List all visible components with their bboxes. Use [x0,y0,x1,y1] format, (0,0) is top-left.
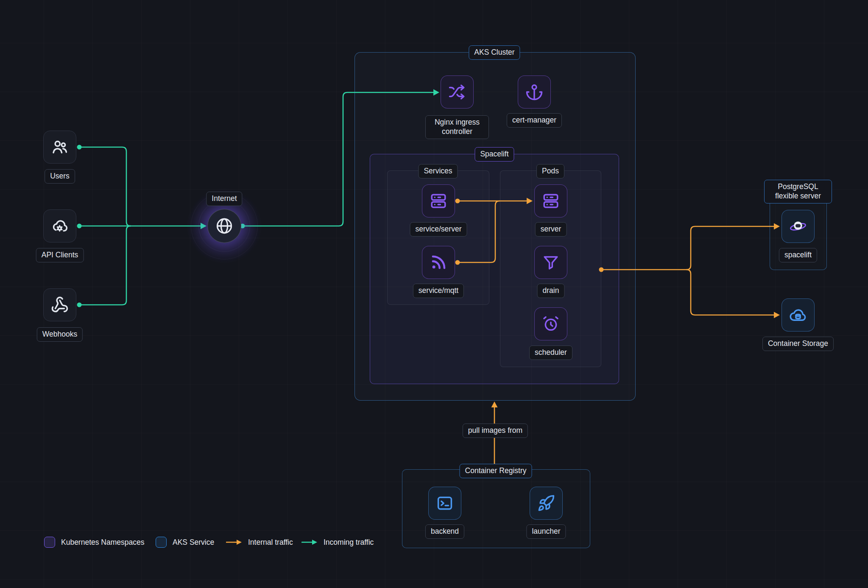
edge-webhooks-to-internet [79,226,131,305]
container-storage-node [781,298,815,332]
pod-scheduler-node [534,307,567,340]
namespace-swatch [44,537,55,548]
rocket-icon [537,494,555,512]
backend-node [428,487,461,520]
funnel-icon [542,254,560,271]
legend-kubernetes-namespaces: Kubernetes Namespaces [44,531,145,553]
architecture-diagram: Users API Clients Webhooks Internet AKS … [0,0,868,588]
pod-server-label: server [535,222,567,237]
webhooks-label: Webhooks [37,327,83,342]
legend-label: AKS Service [173,538,214,547]
pod-scheduler-label: scheduler [529,346,572,360]
edge-pods-to-storage [687,270,774,315]
server-icon [542,192,560,210]
service-mqtt-node [422,246,455,279]
container-storage-label: Container Storage [762,337,834,351]
legend-internal-traffic: Internal traffic [226,531,293,553]
globe-icon [215,217,234,235]
pod-drain-label: drain [537,284,565,298]
launcher-node [530,487,563,520]
api-clients-node [43,209,76,242]
terminal-icon [436,494,454,512]
cert-manager-label: cert-manager [507,113,562,128]
signal-icon [430,254,447,271]
arrowhead-into-storage [774,312,780,318]
spacelift-db-node [781,210,815,243]
shuffle-arrows-icon [448,83,466,101]
edge-dot [77,145,82,150]
aks-cluster-badge: AKS Cluster [469,45,520,60]
astronaut-icon [789,217,807,235]
cert-manager-node [518,75,551,109]
incoming-traffic-arrow-icon [301,539,318,546]
edge-dot [77,303,82,307]
pod-drain-node [534,246,567,279]
cloud-database-icon [789,306,807,324]
legend-incoming-traffic: Incoming traffic [301,531,374,553]
internet-label: Internet [206,192,242,206]
edge-dot [77,224,82,229]
legend-label: Kubernetes Namespaces [61,538,145,547]
internet-node [207,209,241,243]
server-icon [430,192,447,210]
nginx-ingress-label: Nginx ingress controller [425,115,489,139]
legend-aks-service: AKS Service [156,531,214,553]
pods-header: Pods [536,164,564,178]
users-node [43,131,76,164]
api-clients-label: API Clients [36,248,84,262]
aks-service-swatch [156,537,167,548]
arrowhead-into-aks [491,401,498,407]
pod-server-node [534,184,567,217]
anchor-icon [525,83,543,101]
edge-users-to-internet [79,147,131,226]
internal-traffic-arrow-icon [226,539,242,546]
webhooks-node [43,288,76,321]
alarm-clock-icon [542,315,560,333]
backend-label: backend [425,524,464,539]
pull-images-label: pull images from [463,424,528,438]
service-mqtt-label: service/mqtt [413,284,464,298]
webhook-icon [51,296,69,314]
postgres-badge: PostgreSQL flexible server [764,180,832,203]
spacelift-db-label: spacelift [779,248,817,262]
users-label: Users [45,169,75,184]
legend-label: Internal traffic [248,538,293,547]
users-icon [51,138,69,156]
service-server-node [422,184,455,217]
services-header: Services [418,164,458,178]
cloud-gear-icon [51,217,69,235]
spacelift-badge: Spacelift [474,147,514,162]
legend-label: Incoming traffic [324,538,374,547]
service-server-label: service/server [410,222,467,237]
nginx-ingress-node [441,75,474,109]
container-registry-badge: Container Registry [460,464,532,478]
launcher-label: launcher [526,524,566,539]
